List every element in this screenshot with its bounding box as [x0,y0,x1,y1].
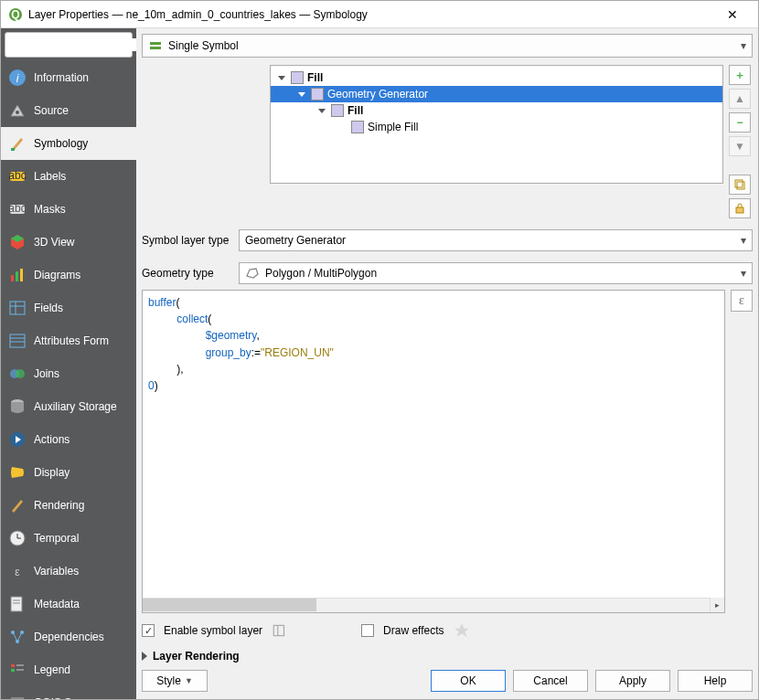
svg-rect-47 [737,182,744,189]
svg-rect-44 [150,42,161,45]
window-title: Layer Properties — ne_10m_admin_0_countr… [28,8,714,21]
deps-icon [8,628,27,646]
masks-icon: abc [8,200,27,218]
rendering-icon [8,496,27,514]
sidebar-item-joins[interactable]: Joins [1,357,136,390]
sidebar-item-rendering[interactable]: Rendering [1,489,136,522]
geometry-type-combo[interactable]: Polygon / MultiPolygon ▾ [239,262,753,284]
data-defined-icon[interactable] [272,622,288,639]
metadata-icon [8,595,27,613]
sidebar-item-variables[interactable]: εVariables [1,555,136,588]
effects-icon[interactable] [454,622,470,639]
sidebar-nav: iInformationSourceSymbologyabcLabelsabcM… [1,61,136,699]
svg-rect-39 [11,669,15,672]
style-menu-button[interactable]: Style▼ [142,670,208,692]
sidebar-item-information[interactable]: iInformation [1,61,136,94]
svg-rect-18 [10,334,25,347]
svg-rect-38 [11,664,15,667]
enable-symbol-layer-label: Enable symbol layer [164,624,262,637]
chevron-down-icon: ▾ [741,234,746,247]
enable-symbol-layer-checkbox[interactable] [142,624,155,637]
sidebar-item-legend[interactable]: Legend [1,653,136,686]
disclosure-icon [298,92,305,97]
svg-rect-15 [10,302,25,314]
cancel-button[interactable]: Cancel [513,670,588,692]
symbol-type-combo[interactable]: Single Symbol ▾ [142,34,753,58]
apply-button[interactable]: Apply [595,670,670,692]
move-down-button[interactable]: ▼ [729,136,751,156]
search-input[interactable] [11,38,148,51]
draw-effects-checkbox[interactable] [361,624,374,637]
horizontal-scrollbar[interactable] [143,598,724,612]
remove-symbol-button[interactable]: − [729,112,751,133]
color-swatch [291,71,304,84]
move-up-button[interactable]: ▲ [729,89,751,109]
sidebar-item-attributes-form[interactable]: Attributes Form [1,324,136,357]
expand-icon [142,652,147,661]
color-swatch [311,88,324,101]
sidebar-item-display[interactable]: Display [1,456,136,489]
help-button[interactable]: Help [678,670,753,692]
color-swatch [331,104,344,117]
tree-side-buttons: ＋ ▲ − ▼ [729,65,753,218]
expression-builder-button[interactable]: ε [731,290,753,312]
sidebar-item-qgis-server[interactable]: QGIS Server [1,686,136,699]
disclosure-icon [278,76,285,80]
sidebar-item-temporal[interactable]: Temporal [1,522,136,555]
sidebar-item-diagrams[interactable]: Diagrams [1,259,136,292]
chevron-down-icon: ▾ [741,267,746,280]
svg-rect-12 [11,275,14,281]
sidebar-item-source[interactable]: Source [1,94,136,127]
sidebar-item-labels[interactable]: abcLabels [1,160,136,193]
sidebar-item-masks[interactable]: abcMasks [1,193,136,226]
ok-button[interactable]: OK [431,670,506,692]
joins-icon [8,365,27,383]
legend-icon [8,661,27,679]
svg-rect-30 [11,597,22,611]
symbol-tree[interactable]: FillGeometry GeneratorFillSimple Fill [270,65,723,184]
svg-rect-14 [20,269,23,281]
svg-rect-13 [16,271,18,281]
chevron-down-icon: ▾ [741,39,746,52]
sidebar-item-dependencies[interactable]: Dependencies [1,620,136,653]
color-swatch [351,121,364,133]
layer-rendering-header[interactable]: Layer Rendering [142,650,753,663]
labels-icon: abc [8,167,27,186]
tree-node-simple-fill[interactable]: Simple Fill [271,119,722,135]
svg-text:abc: abc [8,169,26,182]
sidebar-item-metadata[interactable]: Metadata [1,588,136,620]
scroll-right-button[interactable]: ▸ [710,598,724,612]
svg-text:ε: ε [15,566,20,578]
aux-icon [8,398,27,416]
variables-icon: ε [8,562,27,580]
sidebar-item-symbology[interactable]: Symbology [1,127,136,160]
draw-effects-label: Draw effects [383,624,444,637]
sidebar-item-3d-view[interactable]: 3D View [1,226,136,259]
sidebar-item-auxiliary-storage[interactable]: Auxiliary Storage [1,390,136,423]
add-symbol-button[interactable]: ＋ [729,65,751,85]
svg-rect-45 [150,47,161,49]
info-icon: i [8,69,27,87]
disclosure-icon [318,109,326,113]
sidebar-search[interactable] [5,32,133,58]
tree-node-fill[interactable]: Fill [271,69,722,86]
svg-line-36 [13,632,17,642]
duplicate-symbol-button[interactable] [729,175,751,195]
sidebar-item-fields[interactable]: Fields [1,292,136,324]
tree-node-geometry-generator[interactable]: Geometry Generator [271,86,722,102]
main-panel: Single Symbol ▾ FillGeometry GeneratorFi… [136,28,758,699]
fields-icon [8,299,27,317]
lock-symbol-button[interactable] [729,198,751,218]
symbol-layer-type-combo[interactable]: Geometry Generator ▾ [239,229,753,251]
expression-editor[interactable]: buffer( collect( $geometry, group_by:="R… [142,290,725,613]
polygon-icon [245,267,260,280]
sidebar: iInformationSourceSymbologyabcLabelsabcM… [1,28,136,699]
svg-rect-7 [11,148,15,151]
close-button[interactable]: ✕ [714,7,751,22]
tree-node-fill[interactable]: Fill [271,102,722,119]
symbol-layer-type-label: Symbol layer type [142,234,231,247]
single-symbol-icon [148,38,163,53]
server-icon [8,694,27,699]
actions-icon [8,430,27,449]
sidebar-item-actions[interactable]: Actions [1,423,136,456]
